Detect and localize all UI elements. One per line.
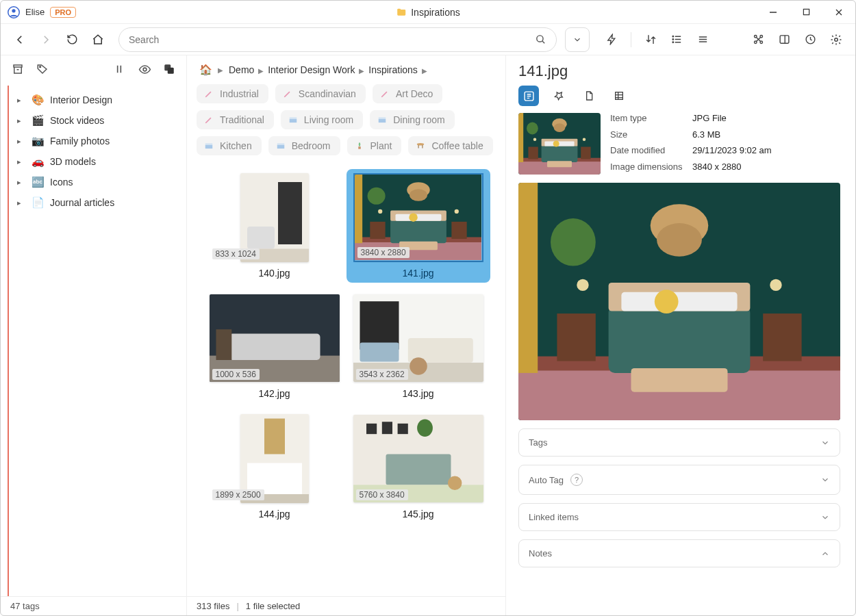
pencil-icon <box>379 88 390 99</box>
details-tab-grid[interactable] <box>609 86 629 106</box>
filter-chip-traditional[interactable]: Traditional <box>197 110 274 129</box>
svg-point-20 <box>759 41 762 44</box>
svg-rect-100 <box>528 147 538 159</box>
breadcrumb-segment[interactable]: Inspirations <box>368 64 418 75</box>
panel-linked[interactable]: Linked items <box>518 503 840 531</box>
tag-icon[interactable] <box>35 62 50 77</box>
refresh-button[interactable] <box>61 29 83 51</box>
filter-chip-scandinavian[interactable]: Scandinavian <box>275 84 366 103</box>
svg-rect-30 <box>168 68 174 74</box>
eye-icon[interactable] <box>137 62 152 77</box>
filter-chip-kitchen[interactable]: Kitchen <box>197 136 262 155</box>
sidebar-item-label: Family photos <box>50 136 110 146</box>
sort-button[interactable] <box>640 29 662 51</box>
chevron-right-icon: ▶ <box>257 67 265 75</box>
svg-point-110 <box>657 223 702 257</box>
svg-point-51 <box>409 189 427 201</box>
filter-chip-bedroom[interactable]: Bedroom <box>268 136 340 155</box>
svg-point-40 <box>417 143 425 146</box>
room-icon <box>288 114 299 125</box>
user-avatar-icon[interactable] <box>8 6 20 18</box>
history-button[interactable] <box>799 29 821 51</box>
category-emoji: 📷 <box>31 135 45 147</box>
panel-notes[interactable]: Notes <box>518 539 840 567</box>
quick-action-button[interactable] <box>601 29 622 51</box>
filter-chip-art-deco[interactable]: Art Deco <box>373 84 442 103</box>
details-tab-doc[interactable] <box>579 86 599 106</box>
thumbnail-144-jpg[interactable]: 1899 x 2500 144.jpg <box>203 410 347 524</box>
thumbnail-145-jpg[interactable]: 5760 x 3840 145.jpg <box>347 410 490 524</box>
window-close-button[interactable] <box>829 3 848 22</box>
window-minimize-button[interactable] <box>764 3 783 22</box>
filter-chip-industrial[interactable]: Industrial <box>197 84 268 103</box>
sidebar-item-journal-articles[interactable]: ▸ 📄 Journal articles <box>13 192 186 213</box>
sidebar-item-3d-models[interactable]: ▸ 🚗 3D models <box>13 151 186 172</box>
svg-rect-119 <box>518 183 538 373</box>
svg-rect-65 <box>229 334 320 360</box>
details-thumbnail <box>518 113 601 175</box>
thumbnail-142-jpg[interactable]: 1000 x 536 142.jpg <box>203 290 347 403</box>
sidebar-item-label: Journal articles <box>50 197 114 208</box>
search-input[interactable] <box>129 34 535 45</box>
thumbnail-141-jpg[interactable]: 3840 x 2880 141.jpg <box>347 169 490 283</box>
help-icon[interactable]: ? <box>570 474 583 486</box>
meta-value: 29/11/2023 9:02 am <box>692 145 772 159</box>
breadcrumb-segment[interactable]: Demo <box>229 64 254 75</box>
filter-chip-plant[interactable]: Plant <box>347 136 402 155</box>
svg-rect-36 <box>205 144 213 145</box>
svg-point-19 <box>754 41 757 44</box>
details-tab-pin[interactable] <box>549 86 569 106</box>
folder-icon <box>396 7 407 18</box>
panel-tags[interactable]: Tags <box>518 428 840 457</box>
svg-rect-86 <box>616 92 623 100</box>
category-emoji: 🎬 <box>31 114 45 127</box>
thumbnail-filename: 144.jpg <box>259 509 290 519</box>
filter-chip-dining-room[interactable]: Dining room <box>370 110 454 129</box>
list-view-button[interactable] <box>666 29 688 51</box>
sidebar-footer: 47 tags <box>1 596 186 615</box>
sidebar-item-interior-design[interactable]: ▸ 🎨 Interior Design <box>13 90 186 110</box>
dimensions-badge: 1899 x 2500 <box>212 489 264 500</box>
home-button[interactable] <box>87 29 109 51</box>
thumbnail-140-jpg[interactable]: 833 x 1024 140.jpg <box>203 169 347 283</box>
archive-icon[interactable] <box>10 62 25 77</box>
table-icon <box>415 140 426 151</box>
panel-autotag[interactable]: Auto Tag? <box>518 465 840 495</box>
stack-icon[interactable] <box>162 62 177 77</box>
svg-point-102 <box>527 123 538 135</box>
room-icon <box>377 114 388 125</box>
columns-icon[interactable] <box>112 62 127 77</box>
view-options-button[interactable] <box>692 29 714 51</box>
search-field[interactable] <box>118 27 557 52</box>
pencil-icon <box>203 114 214 125</box>
sidebar-item-stock-videos[interactable]: ▸ 🎬 Stock videos <box>13 110 186 131</box>
room-icon <box>203 140 214 151</box>
breadcrumb-segment[interactable]: Interior Design Work <box>268 64 355 75</box>
chip-label: Living room <box>304 114 353 125</box>
sidebar-item-label: Icons <box>50 177 73 188</box>
filter-chip-living-room[interactable]: Living room <box>281 110 363 129</box>
window-maximize-button[interactable] <box>796 3 816 22</box>
filter-chip-coffee-table[interactable]: Coffee table <box>408 136 492 155</box>
sidebar-item-icons[interactable]: ▸ 🔤 Icons <box>13 172 186 192</box>
meta-value: JPG File <box>692 113 772 127</box>
search-icon[interactable] <box>535 34 546 45</box>
sidebar-item-label: 3D models <box>50 156 96 167</box>
panel-toggle-button[interactable] <box>773 29 795 51</box>
category-emoji: 🔤 <box>31 176 45 188</box>
svg-point-94 <box>554 123 566 132</box>
details-tab-info[interactable] <box>518 86 539 106</box>
settings-button[interactable] <box>825 29 847 51</box>
thumbnail-image: 3543 x 2362 <box>353 294 483 383</box>
svg-point-6 <box>537 36 543 42</box>
meta-label: Image dimensions <box>610 162 692 175</box>
svg-point-12 <box>672 39 673 40</box>
search-options-button[interactable] <box>565 27 590 52</box>
sidebar-item-family-photos[interactable]: ▸ 📷 Family photos <box>13 131 186 151</box>
tools-button[interactable] <box>747 29 769 51</box>
nav-back-button[interactable] <box>9 29 31 51</box>
chip-label: Bedroom <box>292 140 331 151</box>
breadcrumb-home[interactable]: 🏠 <box>199 64 212 76</box>
thumbnail-143-jpg[interactable]: 3543 x 2362 143.jpg <box>347 290 490 403</box>
nav-forward-button[interactable] <box>35 29 57 51</box>
